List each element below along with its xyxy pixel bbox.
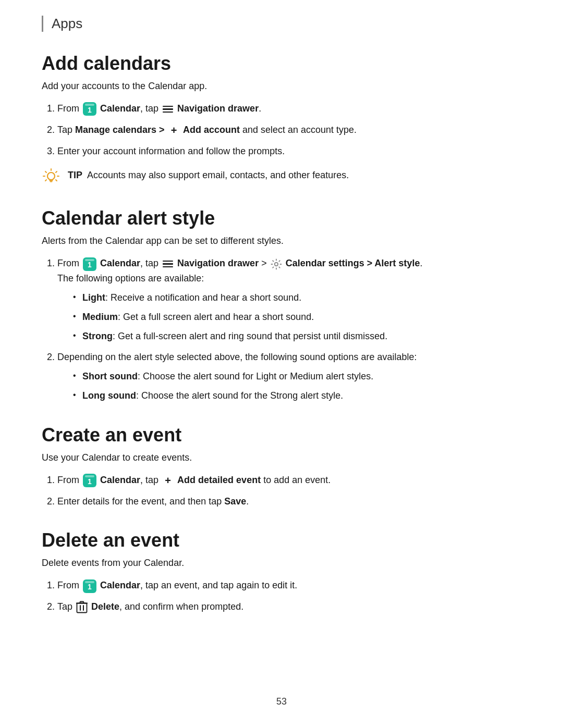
steps-delete-an-event: From 1 Calendar, tap an event, and tap a…: [42, 578, 521, 614]
section-intro-delete-an-event: Delete events from your Calendar.: [42, 558, 521, 569]
svg-rect-12: [80, 605, 81, 611]
list-item: Depending on the alert style selected ab…: [57, 350, 521, 403]
gear-icon: [271, 258, 282, 270]
list-item: Tap Manage calendars > + Add account and…: [57, 122, 521, 138]
list-item: Short sound: Choose the alert sound for …: [73, 369, 521, 384]
section-heading-calendar-alert-style: Calendar alert style: [42, 207, 521, 229]
svg-point-0: [47, 172, 55, 180]
svg-line-8: [56, 180, 57, 181]
calendar-icon: 1: [83, 257, 96, 271]
list-item: Enter details for the event, and then ta…: [57, 494, 521, 509]
tip-lightbulb-icon: [42, 168, 60, 187]
svg-rect-11: [77, 603, 87, 613]
sound-options-bullets: Short sound: Choose the alert sound for …: [57, 369, 521, 403]
list-item: Enter your account information and follo…: [57, 144, 521, 159]
svg-rect-1: [50, 180, 53, 181]
header-title: Apps: [52, 16, 82, 32]
trash-icon: [76, 600, 88, 614]
list-item: Strong: Get a full-screen alert and ring…: [73, 329, 521, 344]
alert-style-bullets: Light: Receive a notification and hear a…: [57, 290, 521, 343]
calendar-icon: 1: [83, 474, 96, 487]
section-add-calendars: Add calendars Add your accounts to the C…: [42, 53, 521, 187]
svg-line-9: [45, 180, 46, 181]
list-item: From 1 Calendar, tap Navigation drawer.: [57, 101, 521, 116]
tip-label: TIP: [68, 170, 82, 180]
list-item: From 1 Calendar, tap Navigation drawer >…: [57, 256, 521, 343]
list-item: Medium: Get a full screen alert and hear…: [73, 310, 521, 325]
svg-line-4: [56, 171, 57, 172]
section-heading-create-an-event: Create an event: [42, 424, 521, 446]
calendar-icon: 1: [83, 102, 96, 116]
section-intro-create-an-event: Use your Calendar to create events.: [42, 452, 521, 463]
section-heading-add-calendars: Add calendars: [42, 53, 521, 75]
plus-icon: +: [162, 475, 174, 486]
section-intro-calendar-alert-style: Alerts from the Calendar app can be set …: [42, 236, 521, 246]
calendar-icon: 1: [83, 579, 96, 593]
page-number: 53: [276, 696, 287, 707]
nav-drawer-icon: [163, 105, 173, 113]
list-item: Tap Delete, and confirm when prompted.: [57, 599, 521, 614]
section-heading-delete-an-event: Delete an event: [42, 529, 521, 551]
tip-box: TIP Accounts may also support email, con…: [42, 168, 521, 187]
nav-drawer-icon: [163, 260, 173, 268]
list-item: From 1 Calendar, tap + Add detailed even…: [57, 473, 521, 488]
tip-text: TIP Accounts may also support email, con…: [68, 168, 349, 183]
steps-create-an-event: From 1 Calendar, tap + Add detailed even…: [42, 473, 521, 509]
list-item: Light: Receive a notification and hear a…: [73, 290, 521, 305]
page-container: Apps Add calendars Add your accounts to …: [0, 0, 563, 663]
steps-calendar-alert-style: From 1 Calendar, tap Navigation drawer >…: [42, 256, 521, 403]
svg-rect-2: [50, 181, 53, 182]
list-item: Long sound: Choose the alert sound for t…: [73, 388, 521, 403]
plus-icon: +: [168, 125, 180, 136]
steps-add-calendars: From 1 Calendar, tap Navigation drawer. …: [42, 101, 521, 158]
section-create-an-event: Create an event Use your Calendar to cre…: [42, 424, 521, 509]
section-delete-an-event: Delete an event Delete events from your …: [42, 529, 521, 614]
svg-point-10: [274, 262, 277, 265]
svg-line-6: [45, 171, 46, 172]
section-intro-add-calendars: Add your accounts to the Calendar app.: [42, 81, 521, 92]
svg-rect-13: [83, 605, 84, 611]
header-bar: Apps: [42, 16, 521, 32]
section-calendar-alert-style: Calendar alert style Alerts from the Cal…: [42, 207, 521, 403]
list-item: From 1 Calendar, tap an event, and tap a…: [57, 578, 521, 593]
